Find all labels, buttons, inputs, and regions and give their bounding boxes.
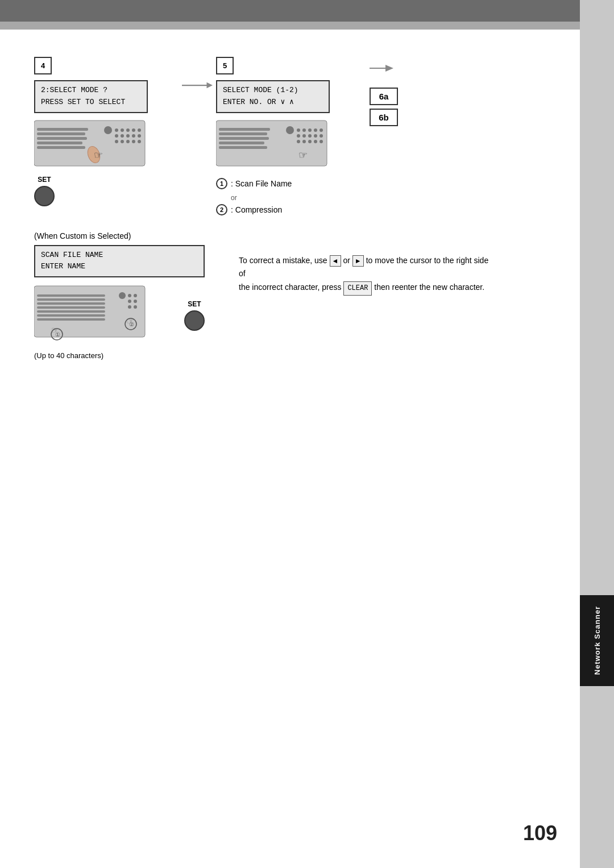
keyboard-device-area: ① ② ☞ ☞ SET bbox=[34, 283, 205, 348]
svg-rect-54 bbox=[37, 302, 105, 305]
instruction-or: or bbox=[343, 256, 350, 265]
scan-info-row-2: 2 : Compression bbox=[216, 204, 292, 215]
svg-rect-5 bbox=[37, 146, 85, 149]
step-5-container: 5 SELECT MODE (1-2) ENTER NO. OR ∨ ∧ bbox=[216, 57, 364, 220]
svg-point-36 bbox=[314, 128, 317, 132]
svg-rect-1 bbox=[37, 128, 88, 131]
scan-label-2: : Compression bbox=[231, 205, 282, 214]
svg-point-34 bbox=[302, 128, 306, 132]
step-5-device-svg: ☞ bbox=[216, 118, 330, 169]
when-custom-section: (When Custom is Selected) SCAN FILE NAME… bbox=[34, 231, 205, 360]
svg-rect-2 bbox=[37, 132, 85, 135]
svg-point-59 bbox=[119, 292, 126, 299]
svg-rect-27 bbox=[219, 128, 270, 131]
svg-point-47 bbox=[320, 140, 323, 143]
svg-marker-25 bbox=[207, 82, 213, 89]
svg-rect-28 bbox=[219, 132, 267, 135]
svg-point-6 bbox=[104, 126, 112, 134]
svg-rect-57 bbox=[37, 314, 105, 317]
svg-rect-53 bbox=[37, 298, 105, 301]
svg-text:☞: ☞ bbox=[51, 325, 59, 335]
step-5-device: ☞ bbox=[216, 118, 330, 171]
svg-point-9 bbox=[126, 128, 130, 132]
svg-rect-3 bbox=[37, 137, 87, 140]
when-custom-lcd-line1: SCAN FILE NAME bbox=[41, 250, 198, 261]
svg-text:☞: ☞ bbox=[298, 149, 308, 161]
step-6-area: 6a 6b bbox=[370, 57, 398, 126]
svg-point-42 bbox=[320, 134, 323, 138]
svg-point-38 bbox=[297, 134, 300, 138]
circle-1: 1 bbox=[216, 178, 227, 189]
step-arrow-4-5 bbox=[182, 57, 216, 94]
svg-point-35 bbox=[308, 128, 312, 132]
svg-point-21 bbox=[138, 140, 141, 143]
svg-point-7 bbox=[115, 128, 118, 132]
right-sidebar: Network Scanner bbox=[580, 0, 614, 868]
step-5-scan-info: 1 : Scan File Name or 2 : Compression bbox=[216, 178, 292, 220]
step-4-lcd-line1: 2:SELECT MODE ? bbox=[41, 85, 141, 97]
svg-rect-31 bbox=[219, 146, 267, 149]
svg-point-18 bbox=[121, 140, 124, 143]
step-5-lcd-line1: SELECT MODE (1-2) bbox=[223, 85, 323, 97]
svg-rect-4 bbox=[37, 142, 82, 144]
sidebar-label-box: Network Scanner bbox=[580, 595, 614, 686]
step-4-lcd: 2:SELECT MODE ? PRESS SET TO SELECT bbox=[34, 80, 148, 113]
svg-point-20 bbox=[132, 140, 135, 143]
svg-point-44 bbox=[302, 140, 306, 143]
scan-info-col: 1 : Scan File Name or 2 : Compression bbox=[216, 178, 292, 220]
step-4-number: 4 bbox=[34, 57, 52, 74]
step-4-set-label: SET bbox=[38, 176, 51, 184]
svg-rect-29 bbox=[219, 137, 269, 140]
step-6-boxes: 6a 6b bbox=[370, 57, 398, 126]
lower-section: (When Custom is Selected) SCAN FILE NAME… bbox=[34, 231, 569, 360]
instruction-text4: then reenter the new character. bbox=[374, 283, 484, 292]
when-custom-set: SET bbox=[184, 300, 205, 331]
svg-point-15 bbox=[132, 134, 135, 138]
svg-point-17 bbox=[115, 140, 118, 143]
svg-rect-52 bbox=[37, 294, 105, 297]
up-to-chars-label: (Up to 40 characters) bbox=[34, 351, 205, 360]
step-4-device: ☞ bbox=[34, 118, 148, 171]
instruction-text3: the incorrect character, press bbox=[239, 283, 342, 292]
svg-point-61 bbox=[134, 294, 137, 297]
svg-point-16 bbox=[138, 134, 141, 138]
steps-4-5-section: 4 2:SELECT MODE ? PRESS SET TO SELECT bbox=[34, 57, 569, 220]
svg-text:☞: ☞ bbox=[126, 316, 134, 326]
step-4-device-svg: ☞ bbox=[34, 118, 148, 169]
svg-marker-50 bbox=[385, 65, 393, 72]
svg-rect-30 bbox=[219, 142, 264, 144]
scan-label-1: : Scan File Name bbox=[231, 179, 292, 188]
svg-point-8 bbox=[121, 128, 124, 132]
when-custom-label: (When Custom is Selected) bbox=[34, 231, 205, 240]
svg-point-39 bbox=[302, 134, 306, 138]
step-5-lcd-line2: ENTER NO. OR ∨ ∧ bbox=[223, 97, 323, 109]
main-content: 4 2:SELECT MODE ? PRESS SET TO SELECT bbox=[34, 45, 569, 823]
svg-point-37 bbox=[320, 128, 323, 132]
svg-point-40 bbox=[308, 134, 312, 138]
step-5-number: 5 bbox=[216, 57, 234, 74]
svg-point-14 bbox=[126, 134, 130, 138]
instruction-section: To correct a mistake, use ◄ or ► to move… bbox=[239, 231, 569, 296]
or-text: or bbox=[231, 194, 292, 202]
page-number: 109 bbox=[523, 821, 557, 845]
step-4-lcd-line2: PRESS SET TO SELECT bbox=[41, 97, 141, 109]
svg-rect-55 bbox=[37, 306, 105, 309]
svg-point-13 bbox=[121, 134, 124, 138]
clear-button: CLEAR bbox=[343, 281, 372, 295]
step-5-lcd: SELECT MODE (1-2) ENTER NO. OR ∨ ∧ bbox=[216, 80, 330, 113]
step-6b-box: 6b bbox=[370, 109, 398, 126]
instruction-text1: To correct a mistake, use bbox=[239, 256, 327, 265]
left-arrow-btn: ◄ bbox=[330, 255, 341, 267]
when-custom-set-icon bbox=[184, 310, 205, 331]
svg-point-64 bbox=[128, 305, 131, 309]
when-custom-set-label: SET bbox=[188, 300, 201, 308]
svg-point-41 bbox=[314, 134, 317, 138]
circle-2: 2 bbox=[216, 204, 227, 215]
svg-rect-58 bbox=[37, 318, 105, 321]
svg-point-62 bbox=[128, 300, 131, 303]
step-6a-box: 6a bbox=[370, 88, 398, 105]
arrow-to-6 bbox=[370, 57, 398, 82]
svg-point-65 bbox=[134, 305, 137, 309]
svg-point-43 bbox=[297, 140, 300, 143]
right-arrow-btn: ► bbox=[352, 255, 364, 267]
